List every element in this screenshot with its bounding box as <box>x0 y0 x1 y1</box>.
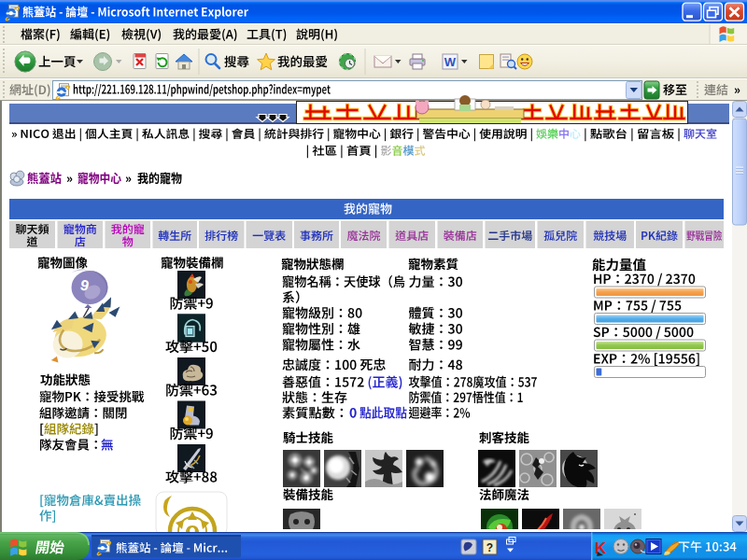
svg-text:W: W <box>444 55 457 69</box>
svg-text:?: ? <box>486 541 493 554</box>
